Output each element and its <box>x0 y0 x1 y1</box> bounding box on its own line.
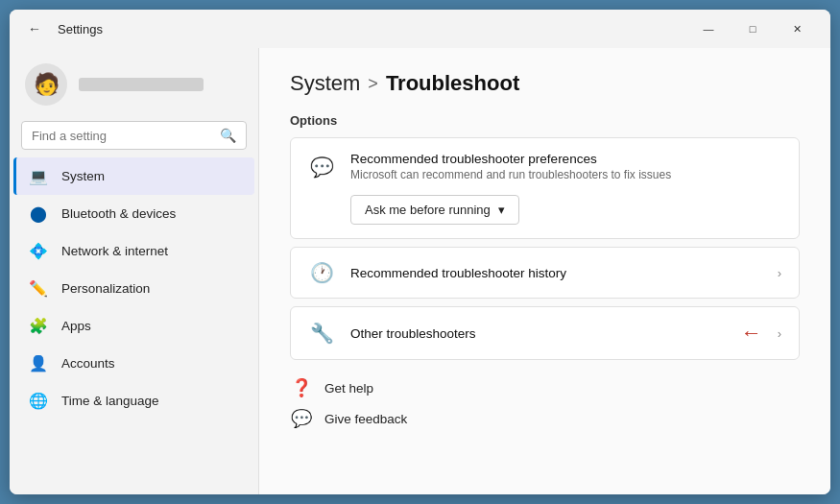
breadcrumb: System > Troubleshoot <box>290 71 800 96</box>
bluetooth-icon: ⬤ <box>29 204 48 223</box>
sidebar-item-label-apps: Apps <box>61 319 91 333</box>
minimize-button[interactable]: — <box>686 13 731 44</box>
window-controls: — □ ✕ <box>686 13 819 44</box>
sidebar-item-personalization[interactable]: ✏️ Personalization <box>13 270 254 307</box>
breadcrumb-separator: > <box>368 74 378 94</box>
dropdown-label: Ask me before running <box>365 203 491 217</box>
card-row-other-troubleshooters[interactable]: 🔧 Other troubleshooters ← › <box>291 307 799 359</box>
user-section: 🧑 <box>10 56 258 121</box>
search-icon: 🔍 <box>220 128 236 143</box>
card-subtitle-recommended-prefs: Microsoft can recommend and run troubles… <box>350 168 781 181</box>
avatar-icon: 🧑 <box>34 72 60 97</box>
card-text-recommended-prefs: Recommended troubleshooter preferences M… <box>350 152 781 181</box>
chevron-right-icon-other: › <box>778 326 781 341</box>
sidebar-item-accounts[interactable]: 👤 Accounts <box>13 345 254 382</box>
sidebar-item-system[interactable]: 💻 System <box>13 157 254 195</box>
sidebar-item-label-time: Time & language <box>61 394 159 408</box>
card-title-other-troubleshooters: Other troubleshooters <box>350 326 726 341</box>
card-title-recommended-prefs: Recommended troubleshooter preferences <box>350 152 781 166</box>
search-input[interactable] <box>32 129 212 143</box>
network-icon: 💠 <box>29 242 48 260</box>
sidebar-item-label-system: System <box>61 169 105 183</box>
sidebar-item-apps[interactable]: 🧩 Apps <box>13 307 254 345</box>
dropdown-row: Ask me before running ▾ <box>291 195 799 238</box>
close-button[interactable]: ✕ <box>775 13 819 44</box>
troubleshooter-dropdown[interactable]: Ask me before running ▾ <box>350 195 519 225</box>
username-bar <box>79 78 204 91</box>
breadcrumb-parent: System <box>290 71 360 96</box>
avatar: 🧑 <box>25 63 67 106</box>
wrench-icon: 🔧 <box>308 322 335 345</box>
card-recommended-prefs: 💬 Recommended troubleshooter preferences… <box>290 137 800 239</box>
apps-icon: 🧩 <box>29 317 48 335</box>
titlebar: ← Settings — □ ✕ <box>10 10 830 48</box>
system-icon: 💻 <box>29 167 48 185</box>
red-annotation-arrow: ← <box>741 321 762 346</box>
sidebar: 🧑 🔍 💻 System ⬤ Bluetooth & devices 💠 Net… <box>10 48 259 494</box>
card-recommended-history: 🕐 Recommended troubleshooter history › <box>290 247 800 299</box>
sidebar-item-bluetooth[interactable]: ⬤ Bluetooth & devices <box>13 195 254 232</box>
personalization-icon: ✏️ <box>29 279 48 298</box>
maximize-button[interactable]: □ <box>731 13 775 44</box>
give-feedback-icon: 💬 <box>290 408 313 429</box>
card-row-recommended-prefs[interactable]: 💬 Recommended troubleshooter preferences… <box>291 138 799 195</box>
time-icon: 🌐 <box>29 392 48 410</box>
card-text-recommended-history: Recommended troubleshooter history <box>350 266 762 280</box>
search-box[interactable]: 🔍 <box>21 121 247 150</box>
give-feedback-link[interactable]: 💬 Give feedback <box>290 408 800 429</box>
history-icon: 🕐 <box>308 261 335 284</box>
accounts-icon: 👤 <box>29 354 48 372</box>
chevron-down-icon: ▾ <box>498 203 505 217</box>
sidebar-item-label-personalization: Personalization <box>61 281 150 296</box>
sidebar-item-label-network: Network & internet <box>61 244 168 258</box>
get-help-icon: ❓ <box>290 377 313 398</box>
settings-window: ← Settings — □ ✕ 🧑 🔍 💻 Sy <box>10 10 830 494</box>
sidebar-item-label-bluetooth: Bluetooth & devices <box>61 206 176 221</box>
other-troubleshooters-container: Other troubleshooters ← <box>350 321 762 346</box>
sidebar-item-label-accounts: Accounts <box>61 356 115 371</box>
sidebar-item-network[interactable]: 💠 Network & internet <box>13 232 254 270</box>
give-feedback-label: Give feedback <box>324 412 407 426</box>
back-button[interactable]: ← <box>21 15 48 42</box>
card-title-recommended-history: Recommended troubleshooter history <box>350 266 762 280</box>
main-layout: 🧑 🔍 💻 System ⬤ Bluetooth & devices 💠 Net… <box>10 48 830 494</box>
sidebar-item-time[interactable]: 🌐 Time & language <box>13 382 254 420</box>
card-text-other-troubleshooters: Other troubleshooters <box>350 326 726 341</box>
card-row-recommended-history[interactable]: 🕐 Recommended troubleshooter history › <box>291 248 799 298</box>
options-label: Options <box>290 113 800 128</box>
get-help-link[interactable]: ❓ Get help <box>290 377 800 398</box>
titlebar-title: Settings <box>58 22 103 36</box>
titlebar-controls: ← Settings <box>21 15 103 42</box>
content-area: System > Troubleshoot Options 💬 Recommen… <box>259 48 830 494</box>
get-help-label: Get help <box>324 381 373 396</box>
card-other-troubleshooters: 🔧 Other troubleshooters ← › <box>290 306 800 360</box>
chevron-right-icon-history: › <box>778 266 781 280</box>
bottom-links: ❓ Get help 💬 Give feedback <box>290 377 800 429</box>
chat-icon: 💬 <box>308 156 335 179</box>
breadcrumb-current: Troubleshoot <box>386 71 519 96</box>
